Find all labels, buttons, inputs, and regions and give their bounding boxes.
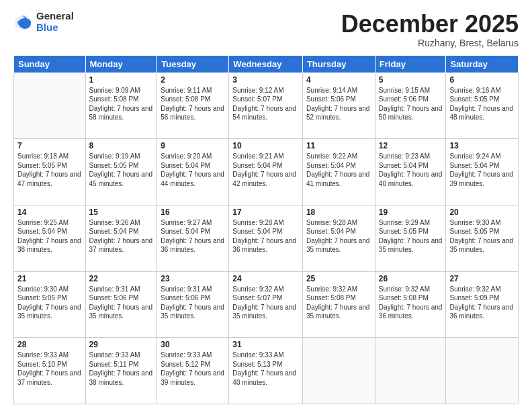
weekday-header-thursday: Thursday	[302, 55, 375, 73]
calendar-cell: 12Sunrise: 9:23 AMSunset: 5:04 PMDayligh…	[375, 139, 446, 205]
day-number: 2	[161, 75, 225, 85]
day-info: Sunrise: 9:12 AMSunset: 5:07 PMDaylight:…	[232, 86, 299, 122]
calendar-cell: 21Sunrise: 9:30 AMSunset: 5:05 PMDayligh…	[14, 271, 86, 338]
calendar-cell: 15Sunrise: 9:26 AMSunset: 5:04 PMDayligh…	[85, 205, 157, 271]
weekday-header-friday: Friday	[375, 55, 446, 73]
day-info: Sunrise: 9:18 AMSunset: 5:05 PMDaylight:…	[17, 152, 82, 188]
calendar-cell: 22Sunrise: 9:31 AMSunset: 5:06 PMDayligh…	[85, 271, 157, 338]
day-info: Sunrise: 9:30 AMSunset: 5:05 PMDaylight:…	[17, 285, 82, 321]
day-number: 9	[161, 141, 225, 150]
day-info: Sunrise: 9:33 AMSunset: 5:10 PMDaylight:…	[17, 351, 82, 387]
day-number: 4	[306, 75, 371, 85]
day-info: Sunrise: 9:32 AMSunset: 5:08 PMDaylight:…	[306, 285, 371, 321]
day-number: 31	[232, 340, 299, 349]
logo-icon	[13, 12, 34, 32]
calendar-cell	[375, 338, 446, 404]
week-row-5: 28Sunrise: 9:33 AMSunset: 5:10 PMDayligh…	[14, 338, 519, 404]
calendar-cell: 31Sunrise: 9:33 AMSunset: 5:13 PMDayligh…	[229, 338, 303, 404]
logo-blue-text: Blue	[36, 22, 74, 34]
calendar-table: SundayMondayTuesdayWednesdayThursdayFrid…	[13, 55, 519, 404]
day-number: 13	[449, 141, 515, 150]
calendar-cell	[446, 338, 519, 404]
day-number: 17	[232, 208, 299, 217]
calendar-cell: 7Sunrise: 9:18 AMSunset: 5:05 PMDaylight…	[14, 139, 86, 205]
day-number: 23	[161, 274, 225, 283]
day-info: Sunrise: 9:16 AMSunset: 5:05 PMDaylight:…	[449, 86, 515, 122]
day-number: 15	[89, 208, 154, 217]
day-info: Sunrise: 9:32 AMSunset: 5:07 PMDaylight:…	[232, 285, 299, 321]
day-number: 3	[232, 75, 299, 85]
title-block: December 2025 Ruzhany, Brest, Belarus	[341, 11, 519, 48]
weekday-header-monday: Monday	[85, 55, 157, 73]
logo-text: General Blue	[36, 11, 74, 33]
day-info: Sunrise: 9:33 AMSunset: 5:11 PMDaylight:…	[89, 351, 154, 387]
day-number: 12	[379, 141, 443, 150]
day-number: 1	[89, 75, 154, 85]
day-info: Sunrise: 9:30 AMSunset: 5:05 PMDaylight:…	[449, 218, 515, 255]
day-info: Sunrise: 9:20 AMSunset: 5:04 PMDaylight:…	[161, 152, 225, 188]
calendar-cell	[14, 73, 86, 139]
day-info: Sunrise: 9:22 AMSunset: 5:04 PMDaylight:…	[306, 152, 371, 188]
week-row-2: 7Sunrise: 9:18 AMSunset: 5:05 PMDaylight…	[14, 139, 519, 205]
week-row-3: 14Sunrise: 9:25 AMSunset: 5:04 PMDayligh…	[14, 205, 519, 271]
day-info: Sunrise: 9:29 AMSunset: 5:05 PMDaylight:…	[379, 218, 443, 255]
calendar-header: SundayMondayTuesdayWednesdayThursdayFrid…	[14, 55, 519, 73]
day-info: Sunrise: 9:28 AMSunset: 5:04 PMDaylight:…	[306, 218, 371, 255]
calendar-cell: 13Sunrise: 9:24 AMSunset: 5:04 PMDayligh…	[446, 139, 519, 205]
calendar-cell: 5Sunrise: 9:15 AMSunset: 5:06 PMDaylight…	[375, 73, 446, 139]
calendar-cell: 24Sunrise: 9:32 AMSunset: 5:07 PMDayligh…	[229, 271, 303, 338]
day-number: 10	[232, 141, 299, 150]
day-number: 11	[306, 141, 371, 150]
day-info: Sunrise: 9:25 AMSunset: 5:04 PMDaylight:…	[17, 218, 82, 255]
day-info: Sunrise: 9:32 AMSunset: 5:08 PMDaylight:…	[379, 285, 443, 321]
header: General Blue December 2025 Ruzhany, Bres…	[13, 11, 519, 48]
weekday-header-wednesday: Wednesday	[229, 55, 303, 73]
day-number: 29	[89, 340, 154, 349]
day-number: 7	[17, 141, 82, 150]
calendar-cell: 11Sunrise: 9:22 AMSunset: 5:04 PMDayligh…	[302, 139, 375, 205]
day-info: Sunrise: 9:24 AMSunset: 5:04 PMDaylight:…	[449, 152, 515, 188]
calendar-cell: 1Sunrise: 9:09 AMSunset: 5:08 PMDaylight…	[85, 73, 157, 139]
weekday-row: SundayMondayTuesdayWednesdayThursdayFrid…	[14, 55, 519, 73]
calendar-cell: 29Sunrise: 9:33 AMSunset: 5:11 PMDayligh…	[85, 338, 157, 404]
calendar-cell: 19Sunrise: 9:29 AMSunset: 5:05 PMDayligh…	[375, 205, 446, 271]
day-info: Sunrise: 9:15 AMSunset: 5:06 PMDaylight:…	[379, 86, 443, 122]
day-info: Sunrise: 9:11 AMSunset: 5:08 PMDaylight:…	[161, 86, 225, 122]
calendar-cell: 10Sunrise: 9:21 AMSunset: 5:04 PMDayligh…	[229, 139, 303, 205]
day-number: 6	[449, 75, 515, 85]
day-number: 27	[449, 274, 515, 283]
day-info: Sunrise: 9:09 AMSunset: 5:08 PMDaylight:…	[89, 86, 154, 122]
calendar-cell: 6Sunrise: 9:16 AMSunset: 5:05 PMDaylight…	[446, 73, 519, 139]
logo: General Blue	[13, 11, 74, 33]
calendar-cell: 4Sunrise: 9:14 AMSunset: 5:06 PMDaylight…	[302, 73, 375, 139]
day-number: 24	[232, 274, 299, 283]
calendar-cell: 25Sunrise: 9:32 AMSunset: 5:08 PMDayligh…	[302, 271, 375, 338]
calendar-cell: 20Sunrise: 9:30 AMSunset: 5:05 PMDayligh…	[446, 205, 519, 271]
day-info: Sunrise: 9:23 AMSunset: 5:04 PMDaylight:…	[379, 152, 443, 188]
day-number: 25	[306, 274, 371, 283]
calendar-body: 1Sunrise: 9:09 AMSunset: 5:08 PMDaylight…	[14, 73, 519, 404]
day-info: Sunrise: 9:31 AMSunset: 5:06 PMDaylight:…	[161, 285, 225, 321]
day-info: Sunrise: 9:21 AMSunset: 5:04 PMDaylight:…	[232, 152, 299, 188]
day-number: 14	[17, 208, 82, 217]
day-info: Sunrise: 9:27 AMSunset: 5:04 PMDaylight:…	[161, 218, 225, 255]
day-number: 26	[379, 274, 443, 283]
day-info: Sunrise: 9:14 AMSunset: 5:06 PMDaylight:…	[306, 86, 371, 122]
calendar-cell: 16Sunrise: 9:27 AMSunset: 5:04 PMDayligh…	[157, 205, 229, 271]
day-number: 30	[161, 340, 225, 349]
page: General Blue December 2025 Ruzhany, Bres…	[0, 0, 532, 411]
week-row-4: 21Sunrise: 9:30 AMSunset: 5:05 PMDayligh…	[14, 271, 519, 338]
day-number: 20	[449, 208, 515, 217]
day-info: Sunrise: 9:28 AMSunset: 5:04 PMDaylight:…	[232, 218, 299, 255]
day-number: 16	[161, 208, 225, 217]
weekday-header-sunday: Sunday	[14, 55, 86, 73]
day-number: 22	[89, 274, 154, 283]
calendar-cell: 23Sunrise: 9:31 AMSunset: 5:06 PMDayligh…	[157, 271, 229, 338]
calendar-cell: 2Sunrise: 9:11 AMSunset: 5:08 PMDaylight…	[157, 73, 229, 139]
day-info: Sunrise: 9:33 AMSunset: 5:12 PMDaylight:…	[161, 351, 225, 387]
day-number: 5	[379, 75, 443, 85]
day-number: 8	[89, 141, 154, 150]
calendar-cell: 3Sunrise: 9:12 AMSunset: 5:07 PMDaylight…	[229, 73, 303, 139]
day-number: 19	[379, 208, 443, 217]
day-number: 28	[17, 340, 82, 349]
